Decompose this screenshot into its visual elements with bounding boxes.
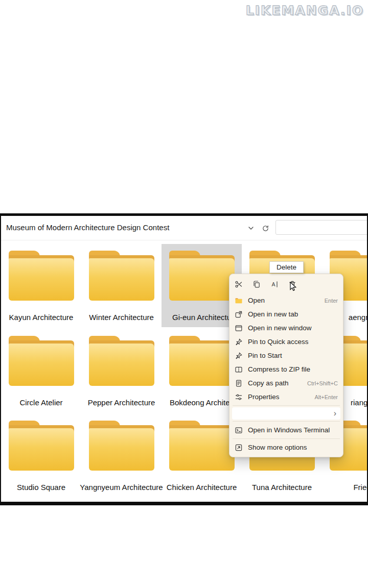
new-window-icon bbox=[235, 324, 243, 332]
folder-label: Fried bbox=[353, 483, 368, 492]
pin-icon bbox=[235, 352, 243, 360]
folder-label: aengmy bbox=[349, 313, 368, 322]
folder-label: Tuna Architecture bbox=[252, 483, 312, 492]
folder-icon bbox=[235, 297, 243, 305]
menu-item-submenu[interactable]: › bbox=[232, 407, 340, 420]
address-bar: Museum of Modern Architecture Design Con… bbox=[1, 216, 367, 240]
folder-item[interactable]: Studio Square bbox=[1, 414, 81, 497]
folder-label: Winter Architecture bbox=[89, 313, 154, 322]
menu-item-label: Open in new tab bbox=[248, 310, 298, 318]
breadcrumb[interactable]: Museum of Modern Architecture Design Con… bbox=[6, 223, 169, 232]
copy-icon[interactable] bbox=[250, 278, 263, 290]
menu-separator bbox=[233, 405, 340, 406]
mouse-cursor-icon bbox=[289, 282, 298, 294]
folder-label: Pepper Architecture bbox=[88, 398, 155, 407]
show-more-icon bbox=[235, 444, 243, 452]
menu-item-label: Show more options bbox=[248, 444, 307, 451]
delete-tooltip: Delete bbox=[269, 261, 304, 273]
menu-item-shortcut: Ctrl+Shift+C bbox=[307, 380, 338, 386]
folder-item[interactable]: Kayun Architecture bbox=[1, 244, 81, 327]
folder-label: Yangnyeum Architecture bbox=[80, 483, 163, 492]
rename-icon[interactable]: A bbox=[268, 278, 281, 290]
copy-path-icon bbox=[235, 379, 243, 387]
folder-icon bbox=[9, 421, 74, 471]
folder-icon bbox=[89, 336, 154, 386]
file-explorer-panel: Museum of Modern Architecture Design Con… bbox=[0, 213, 368, 505]
folder-label: riangle bbox=[351, 398, 368, 407]
folder-icon bbox=[169, 251, 235, 301]
chevron-down-icon[interactable] bbox=[246, 223, 256, 233]
zip-icon bbox=[235, 365, 243, 374]
menu-item-show-more-options[interactable]: Show more options bbox=[229, 440, 343, 454]
menu-item-shortcut: Enter bbox=[325, 298, 338, 304]
menu-item-label: Compress to ZIP file bbox=[248, 365, 310, 373]
properties-icon bbox=[235, 393, 243, 401]
svg-text:A: A bbox=[272, 281, 275, 287]
context-menu: A Open Enter Open in new tab Open in ne bbox=[229, 274, 343, 457]
menu-item-open-new-tab[interactable]: Open in new tab bbox=[229, 307, 343, 321]
folder-item[interactable]: Winter Architecture bbox=[81, 244, 162, 327]
menu-item-label: Open bbox=[248, 297, 265, 304]
menu-item-open[interactable]: Open Enter bbox=[229, 293, 343, 307]
chevron-right-icon: › bbox=[334, 409, 336, 418]
menu-item-label: Open in Windows Terminal bbox=[248, 426, 330, 434]
folder-label: Kayun Architecture bbox=[9, 313, 74, 322]
menu-item-open-new-window[interactable]: Open in new window bbox=[229, 321, 343, 335]
refresh-icon[interactable] bbox=[260, 223, 270, 233]
menu-item-label: Pin to Quick access bbox=[248, 338, 309, 346]
folder-item[interactable]: Circle Atelier bbox=[1, 329, 81, 412]
search-input[interactable] bbox=[275, 220, 368, 235]
new-tab-icon bbox=[235, 310, 243, 318]
menu-item-properties[interactable]: Properties Alt+Enter bbox=[229, 390, 343, 404]
menu-item-label: Copy as path bbox=[248, 379, 289, 387]
folder-label: Studio Square bbox=[17, 483, 65, 492]
folder-icon bbox=[169, 421, 235, 471]
menu-separator bbox=[233, 421, 340, 422]
menu-item-pin-start[interactable]: Pin to Start bbox=[229, 349, 343, 362]
folder-item[interactable]: Pepper Architecture bbox=[81, 329, 162, 412]
menu-item-shortcut: Alt+Enter bbox=[314, 394, 338, 400]
menu-item-open-windows-terminal[interactable]: Open in Windows Terminal bbox=[229, 423, 343, 437]
quick-actions: A bbox=[229, 277, 343, 293]
menu-item-label: Pin to Start bbox=[248, 352, 282, 359]
folder-item[interactable]: Yangnyeum Architecture bbox=[81, 414, 162, 497]
folder-icon bbox=[89, 421, 154, 471]
folder-icon bbox=[169, 336, 235, 386]
folder-label: Bokdeong Architec bbox=[170, 398, 234, 407]
menu-item-label: Open in new window bbox=[248, 324, 312, 332]
menu-item-pin-quick-access[interactable]: Pin to Quick access bbox=[229, 335, 343, 349]
menu-item-label: Properties bbox=[248, 393, 280, 401]
folder-icon bbox=[89, 251, 154, 301]
folder-icon bbox=[9, 251, 74, 301]
pin-icon bbox=[235, 338, 243, 346]
menu-separator bbox=[233, 438, 340, 439]
terminal-icon bbox=[235, 426, 243, 434]
folder-label: Circle Atelier bbox=[19, 398, 62, 407]
cut-icon[interactable] bbox=[233, 278, 245, 290]
folder-label: Gi-eun Architectu bbox=[172, 313, 231, 322]
folder-label: Chicken Architecture bbox=[167, 483, 237, 492]
menu-item-copy-as-path[interactable]: Copy as path Ctrl+Shift+C bbox=[229, 376, 343, 390]
menu-item-compress-zip[interactable]: Compress to ZIP file bbox=[229, 362, 343, 376]
folder-icon bbox=[9, 336, 74, 386]
watermark: LIKEMANGA.IO bbox=[246, 3, 364, 18]
